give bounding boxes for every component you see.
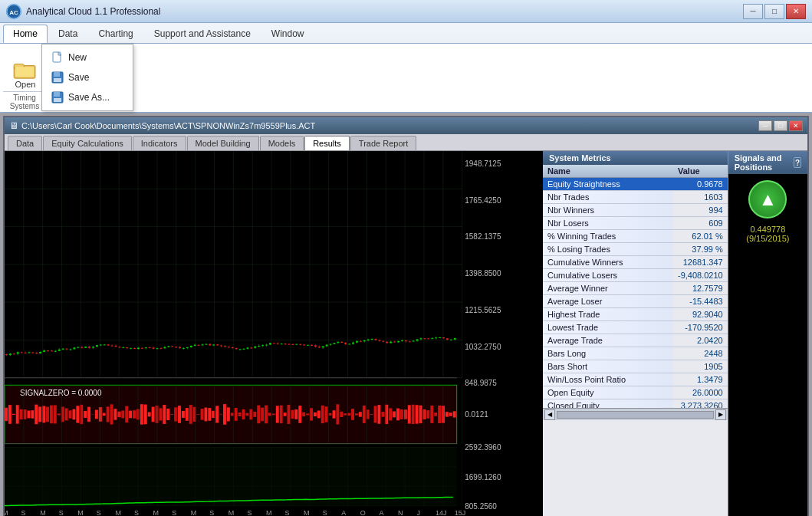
metric-name: Average Winner (543, 282, 673, 294)
chart-area (5, 151, 543, 516)
app-icon: AC (6, 4, 21, 19)
metric-value: 994 (673, 204, 728, 216)
inner-window: 🖥 C:\Users\Carl Cook\Documents\Systems\A… (3, 116, 809, 516)
inner-title-bar: 🖥 C:\Users\Carl Cook\Documents\Systems\A… (5, 117, 807, 134)
save-as-label: Save As... (68, 92, 110, 103)
new-icon (51, 51, 64, 64)
ribbon-tabs: Home Data Charting Support and Assistanc… (0, 23, 812, 43)
restore-button[interactable]: □ (764, 4, 784, 19)
metrics-panel: System Metrics Name Value Equity Straigh… (543, 151, 728, 516)
signals-help-btn[interactable]: ? (794, 157, 801, 168)
tab-trade-inner[interactable]: Trade Report (350, 136, 416, 150)
metric-name: Closed Equity (543, 399, 673, 408)
metric-name: Average Trade (543, 334, 673, 347)
tab-charting[interactable]: Charting (88, 25, 143, 43)
tab-data[interactable]: Data (48, 25, 87, 43)
svg-rect-11 (54, 92, 60, 97)
metric-value: 2448 (673, 347, 728, 360)
metric-value: 1.3479 (673, 373, 728, 386)
table-row[interactable]: Bars Short 1905 (543, 360, 728, 373)
tab-results-inner[interactable]: Results (304, 136, 350, 150)
metrics-signals-row: System Metrics Name Value Equity Straigh… (543, 151, 807, 516)
table-row[interactable]: Nbr Winners 994 (543, 204, 728, 217)
metric-name: Nbr Losers (543, 217, 673, 229)
metric-value: 0.9678 (673, 178, 728, 190)
up-arrow-icon: ▲ (758, 190, 777, 209)
signals-title: Signals and Positions (735, 153, 794, 172)
metric-name: Cumulative Winners (543, 256, 673, 268)
tab-indicators-inner[interactable]: Indicators (133, 136, 186, 150)
metric-name: Equity Straightness (543, 178, 673, 190)
table-row[interactable]: Closed Equity 3,273.3260 (543, 399, 728, 408)
inner-minimize-btn[interactable]: ─ (758, 120, 772, 131)
metric-value: 12681.347 (673, 256, 728, 268)
col-header-value: Value (673, 165, 728, 177)
table-row[interactable]: Cumulative Winners 12681.347 (543, 256, 728, 269)
inner-restore-btn[interactable]: □ (774, 120, 787, 131)
tab-home[interactable]: Home (3, 25, 48, 43)
signals-content: ▲ 0.449778 (9/15/2015) (728, 174, 807, 516)
scroll-right-btn[interactable]: ▶ (715, 409, 726, 420)
metric-value: 12.7579 (673, 282, 728, 294)
metric-value: 1905 (673, 360, 728, 373)
tab-model-inner[interactable]: Model Building (187, 136, 259, 150)
tab-window[interactable]: Window (261, 25, 314, 43)
tab-support[interactable]: Support and Assistance (144, 25, 261, 43)
title-bar-left: AC Analytical Cloud 1.1 Professional (6, 4, 160, 19)
up-arrow-button[interactable]: ▲ (748, 180, 787, 219)
svg-text:AC: AC (9, 9, 18, 16)
table-row[interactable]: Average Winner 12.7579 (543, 282, 728, 295)
table-row[interactable]: % Winning Trades 62.01 % (543, 230, 728, 243)
tab-equity-inner[interactable]: Equity Calculations (43, 136, 132, 150)
save-as-icon (51, 91, 64, 104)
svg-rect-12 (54, 98, 61, 102)
table-row[interactable]: Nbr Trades 1603 (543, 191, 728, 204)
chart-canvas (5, 151, 543, 516)
title-bar: AC Analytical Cloud 1.1 Professional ─ □… (0, 0, 812, 23)
table-row[interactable]: % Losing Trades 37.99 % (543, 243, 728, 256)
tab-data-inner[interactable]: Data (8, 136, 42, 150)
folder-icon (13, 60, 38, 80)
table-row[interactable]: Cumulative Losers -9,408.0210 (543, 269, 728, 282)
save-label: Save (68, 72, 89, 83)
inner-tabs: Data Equity Calculations Indicators Mode… (5, 134, 807, 151)
save-menu-item[interactable]: Save (42, 67, 133, 87)
scroll-track[interactable] (557, 411, 714, 419)
timing-systems-label: Timing Systems (3, 91, 46, 110)
close-button[interactable]: ✕ (786, 4, 806, 19)
metric-name: % Losing Trades (543, 243, 673, 255)
table-row[interactable]: Highest Trade 92.9040 (543, 308, 728, 321)
table-row[interactable]: Average Loser -15.4483 (543, 295, 728, 308)
metric-name: Cumulative Losers (543, 269, 673, 281)
scroll-left-btn[interactable]: ◀ (544, 409, 555, 420)
metrics-rows: Equity Straightness 0.9678 Nbr Trades 16… (543, 178, 728, 408)
save-as-menu-item[interactable]: Save As... (42, 87, 133, 107)
metric-name: % Winning Trades (543, 230, 673, 242)
metric-value: -15.4483 (673, 295, 728, 307)
metric-name: Bars Long (543, 347, 673, 360)
table-row[interactable]: Win/Loss Point Ratio 1.3479 (543, 373, 728, 386)
tab-models-inner[interactable]: Models (260, 136, 304, 150)
metric-name: Win/Loss Point Ratio (543, 373, 673, 386)
signal-value-text: 0.449778 (9/15/2015) (735, 225, 801, 243)
table-row[interactable]: Average Trade 2.0420 (543, 334, 728, 347)
table-row[interactable]: Equity Straightness 0.9678 (543, 178, 728, 191)
table-row[interactable]: Bars Long 2448 (543, 347, 728, 360)
metrics-col-headers: Name Value (543, 165, 728, 178)
metric-value: -9,408.0210 (673, 269, 728, 281)
inner-close-btn[interactable]: ✕ (789, 120, 803, 131)
metric-name: Open Equity (543, 386, 673, 399)
metric-value: -170.9520 (673, 321, 728, 334)
table-row[interactable]: Nbr Losers 609 (543, 217, 728, 230)
minimize-button[interactable]: ─ (743, 4, 763, 19)
metrics-scrollbar: ◀ ▶ (543, 408, 728, 420)
table-row[interactable]: Open Equity 26.0000 (543, 386, 728, 399)
ribbon-dropdown: New Save (41, 44, 133, 111)
content-area: System Metrics Name Value Equity Straigh… (5, 151, 807, 516)
table-row[interactable]: Lowest Trade -170.9520 (543, 321, 728, 334)
new-menu-item[interactable]: New (42, 48, 133, 67)
metrics-header: System Metrics (543, 151, 728, 165)
metric-name: Nbr Trades (543, 191, 673, 203)
metric-value: 1603 (673, 191, 728, 203)
metric-name: Highest Trade (543, 308, 673, 320)
